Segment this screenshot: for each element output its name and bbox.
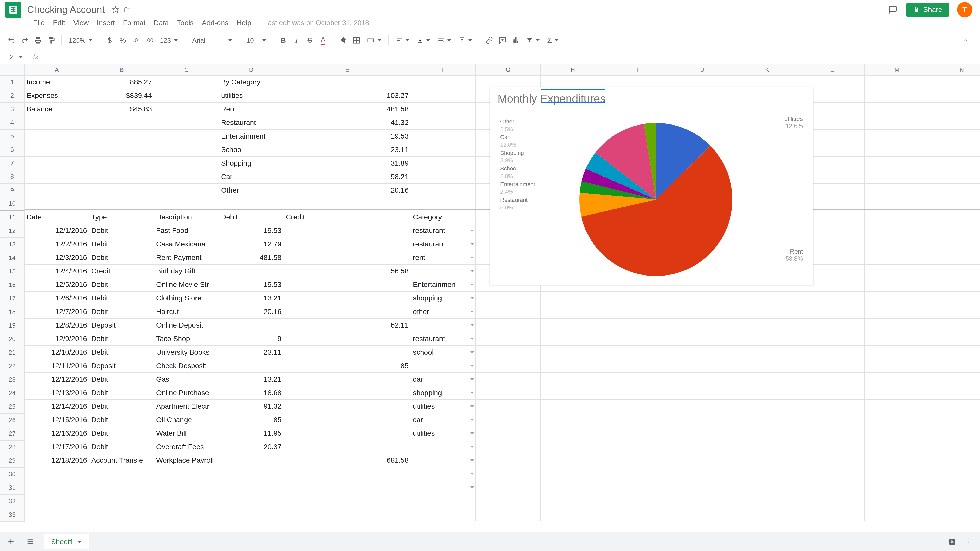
cell-J28[interactable] <box>670 440 735 454</box>
cell-A15[interactable]: 12/4/2016 <box>24 265 89 278</box>
cell-N24[interactable] <box>929 386 980 400</box>
cell-D30[interactable] <box>219 467 284 481</box>
cell-K27[interactable] <box>735 427 800 440</box>
cell-H2[interactable] <box>541 89 605 103</box>
cell-N8[interactable] <box>929 170 980 184</box>
cell-B10[interactable] <box>89 197 154 210</box>
dropdown-icon[interactable] <box>470 392 474 394</box>
cell-D13[interactable]: 12.79 <box>219 238 284 251</box>
cell-G28[interactable] <box>476 440 541 454</box>
star-icon[interactable] <box>110 4 121 16</box>
cell-B26[interactable]: Debit <box>89 413 154 427</box>
cell-B8[interactable] <box>89 170 154 184</box>
cell-J26[interactable] <box>670 413 735 427</box>
cell-C19[interactable]: Online Deposit <box>154 319 219 332</box>
cell-G23[interactable] <box>476 373 541 386</box>
cell-C1[interactable] <box>154 76 219 89</box>
cell-D21[interactable]: 23.11 <box>219 346 284 359</box>
cell-D3[interactable]: Rent <box>219 103 284 116</box>
cell-B1[interactable]: 885.27 <box>89 76 154 89</box>
cell-D15[interactable] <box>219 265 284 278</box>
cell-I29[interactable] <box>605 454 670 467</box>
cell-B22[interactable]: Deposit <box>89 359 154 373</box>
cell-J18[interactable] <box>670 305 735 319</box>
cell-K32[interactable] <box>735 494 800 508</box>
cell-F30[interactable] <box>411 467 476 481</box>
cell-I25[interactable] <box>605 400 670 413</box>
row-header-16[interactable]: 16 <box>0 278 24 292</box>
col-header-A[interactable]: A <box>24 64 89 76</box>
row-header-12[interactable]: 12 <box>0 224 24 238</box>
col-header-N[interactable]: N <box>929 64 980 76</box>
cell-B14[interactable]: Debit <box>89 251 154 265</box>
font-size-select[interactable]: 10 <box>243 35 269 46</box>
col-header-G[interactable]: G <box>476 64 541 76</box>
dropdown-icon[interactable] <box>470 297 474 299</box>
cell-H32[interactable] <box>541 494 605 508</box>
italic-icon[interactable]: I <box>291 35 302 46</box>
cell-A29[interactable]: 12/18/2016 <box>24 454 89 467</box>
col-header-J[interactable]: J <box>670 64 735 76</box>
cell-F20[interactable]: restaurant <box>411 332 476 346</box>
cell-C20[interactable]: Taco Shop <box>154 332 219 346</box>
cell-L18[interactable] <box>800 305 865 319</box>
cell-B4[interactable] <box>89 116 154 130</box>
cell-M1[interactable] <box>865 76 929 89</box>
cell-J23[interactable] <box>670 373 735 386</box>
expand-toolbar-icon[interactable] <box>960 35 972 46</box>
cell-L21[interactable] <box>800 346 865 359</box>
cell-C24[interactable]: Online Purchase <box>154 386 219 400</box>
cell-F14[interactable]: rent <box>411 251 476 265</box>
cell-M27[interactable] <box>865 427 929 440</box>
cell-I22[interactable] <box>605 359 670 373</box>
cell-K21[interactable] <box>735 346 800 359</box>
cell-E1[interactable] <box>284 76 411 89</box>
cell-M28[interactable] <box>865 440 929 454</box>
cell-C5[interactable] <box>154 130 219 143</box>
dropdown-icon[interactable] <box>470 270 474 272</box>
cell-E6[interactable]: 23.11 <box>284 143 411 157</box>
cell-C25[interactable]: Apartment Electr <box>154 400 219 413</box>
cell-A14[interactable]: 12/3/2016 <box>24 251 89 265</box>
row-header-27[interactable]: 27 <box>0 427 24 441</box>
row-header-8[interactable]: 8 <box>0 170 24 184</box>
cell-G25[interactable] <box>476 400 541 413</box>
cell-G27[interactable] <box>476 427 541 440</box>
menu-file[interactable]: File <box>33 19 45 27</box>
cell-D16[interactable]: 19.53 <box>219 278 284 292</box>
row-header-28[interactable]: 28 <box>0 441 24 454</box>
cell-F8[interactable] <box>411 170 476 184</box>
cell-C28[interactable]: Overdraft Fees <box>154 440 219 454</box>
cell-C10[interactable] <box>154 197 219 210</box>
currency-icon[interactable]: $ <box>104 35 116 46</box>
cell-A7[interactable] <box>24 157 89 170</box>
cell-F13[interactable]: restaurant <box>411 238 476 251</box>
cell-E32[interactable] <box>284 494 411 508</box>
cell-A31[interactable] <box>24 481 89 494</box>
cell-N26[interactable] <box>929 413 980 427</box>
cell-G26[interactable] <box>476 413 541 427</box>
col-header-E[interactable]: E <box>284 64 411 76</box>
cell-C4[interactable] <box>154 116 219 130</box>
cell-D2[interactable]: utilities <box>219 89 284 103</box>
cell-J21[interactable] <box>670 346 735 359</box>
cell-F26[interactable]: car <box>411 413 476 427</box>
cell-L30[interactable] <box>800 467 865 481</box>
cell-D10[interactable] <box>219 197 284 210</box>
cell-K17[interactable] <box>735 292 800 305</box>
cell-E18[interactable] <box>284 305 411 319</box>
cell-D32[interactable] <box>219 494 284 508</box>
cell-H30[interactable] <box>541 467 605 481</box>
cell-M15[interactable] <box>865 265 929 278</box>
cell-E31[interactable] <box>284 481 411 494</box>
cell-K29[interactable] <box>735 454 800 467</box>
cell-J27[interactable] <box>670 427 735 440</box>
cell-B28[interactable]: Debit <box>89 440 154 454</box>
h-align-select[interactable] <box>393 35 412 46</box>
cell-J22[interactable] <box>670 359 735 373</box>
row-header-14[interactable]: 14 <box>0 251 24 265</box>
merge-cells-select[interactable] <box>364 35 384 46</box>
cell-M30[interactable] <box>865 467 929 481</box>
cell-N15[interactable] <box>929 265 980 278</box>
col-header-C[interactable]: C <box>154 64 219 76</box>
